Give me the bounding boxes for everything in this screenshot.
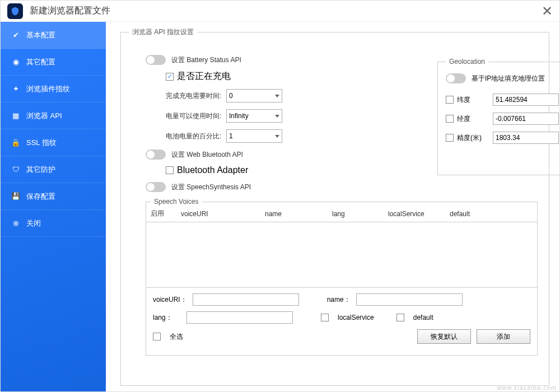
- col-voiceuri: voiceURI: [176, 206, 260, 222]
- sidebar-item-protection[interactable]: 🛡其它防护: [1, 156, 106, 183]
- sidebar-item-basic[interactable]: ✔基本配置: [1, 22, 106, 49]
- geo-ip-toggle[interactable]: [446, 73, 466, 83]
- default-label: default: [413, 314, 433, 321]
- speech-toggle[interactable]: [146, 182, 166, 192]
- save-icon: 💾: [11, 192, 21, 202]
- usage-time-label: 电量可以使用时间:: [166, 111, 226, 121]
- sidebar: ✔基本配置 ◉其它配置 ✦浏览插件指纹 ▦浏览器 API 🔒SSL 指纹 🛡其它…: [1, 22, 106, 391]
- lon-checkbox[interactable]: [446, 115, 454, 123]
- acc-label: 精度(米): [457, 133, 493, 143]
- voiceuri-label: voiceURI：: [153, 295, 187, 305]
- voices-legend: Speech Voices: [151, 198, 202, 206]
- localservice-label: localService: [338, 314, 374, 321]
- voices-table: 启用 voiceURI name lang localService defau…: [146, 206, 537, 222]
- charge-time-label: 完成充电需要时间:: [166, 91, 226, 101]
- sidebar-item-label: SSL 指纹: [26, 138, 57, 148]
- plugin-icon: ✦: [11, 84, 21, 94]
- check-circle-icon: ✔: [11, 30, 21, 40]
- sidebar-item-label: 基本配置: [26, 30, 55, 40]
- voiceuri-input[interactable]: [193, 293, 299, 306]
- titlebar: 新建浏览器配置文件 ✕: [1, 1, 559, 22]
- sidebar-item-browser-api[interactable]: ▦浏览器 API: [1, 102, 106, 129]
- acc-checkbox[interactable]: [446, 134, 454, 142]
- localservice-checkbox[interactable]: [321, 314, 329, 321]
- col-enable: 启用: [146, 206, 176, 222]
- speech-toggle-label: 设置 SpeechSynthesis API: [171, 183, 251, 192]
- sidebar-item-close[interactable]: ⊗关闭: [1, 210, 106, 237]
- col-default: default: [445, 206, 537, 222]
- lat-label: 纬度: [457, 95, 493, 105]
- sidebar-item-save[interactable]: 💾保存配置: [1, 183, 106, 210]
- bluetooth-adapter-checkbox[interactable]: [166, 166, 174, 174]
- close-icon[interactable]: ✕: [542, 3, 553, 19]
- battery-toggle[interactable]: [146, 55, 166, 65]
- sidebar-item-plugin-fingerprint[interactable]: ✦浏览插件指纹: [1, 76, 106, 102]
- sidebar-item-ssl[interactable]: 🔒SSL 指纹: [1, 129, 106, 156]
- usage-time-select[interactable]: Infinity: [226, 109, 282, 123]
- col-name: name: [260, 206, 328, 222]
- sidebar-item-label: 其它防护: [26, 165, 55, 175]
- sidebar-item-label: 关闭: [26, 218, 41, 228]
- window-title: 新建浏览器配置文件: [30, 5, 542, 17]
- sidebar-item-label: 保存配置: [26, 192, 55, 202]
- voices-table-body[interactable]: [146, 222, 537, 287]
- lang-input[interactable]: [186, 311, 293, 324]
- geolocation-fieldset: Geolocation 基于IP地址填充地理位置 纬度 经度: [437, 58, 560, 175]
- battery-toggle-label: 设置 Battery Status API: [171, 55, 241, 65]
- lon-input[interactable]: [493, 113, 559, 125]
- acc-input[interactable]: [493, 132, 559, 144]
- add-button[interactable]: 添加: [477, 329, 530, 344]
- geo-ip-label: 基于IP地址填充地理位置: [472, 74, 545, 83]
- name-input[interactable]: [356, 293, 463, 306]
- charging-checkbox[interactable]: [166, 73, 174, 81]
- close-circle-icon: ⊗: [11, 218, 21, 228]
- lat-checkbox[interactable]: [446, 96, 454, 104]
- content-area: 浏览器 API 指纹设置 设置 Battery Status API 是否正在充…: [106, 22, 559, 391]
- globe-icon: ◉: [11, 57, 21, 67]
- lang-label: lang：: [153, 313, 181, 323]
- charge-time-select[interactable]: 0: [226, 89, 282, 102]
- bluetooth-toggle-label: 设置 Web Bluetooth API: [171, 150, 243, 160]
- shield-icon: 🛡: [11, 165, 21, 175]
- main-legend: 浏览器 API 指纹设置: [129, 27, 197, 37]
- default-checkbox[interactable]: [396, 314, 404, 321]
- watermark: www.xiazaiba.com: [497, 384, 557, 391]
- reset-button[interactable]: 恢复默认: [417, 329, 471, 344]
- bluetooth-adapter-label: Bluetooth Adapter: [177, 165, 248, 175]
- col-localservice: localService: [384, 206, 445, 222]
- col-lang: lang: [328, 206, 384, 222]
- lon-label: 经度: [457, 114, 493, 124]
- geo-legend: Geolocation: [446, 58, 488, 66]
- api-icon: ▦: [11, 111, 21, 121]
- voices-fieldset: Speech Voices 启用 voiceURI name lang loca…: [146, 198, 538, 356]
- app-logo: [7, 3, 23, 19]
- lat-input[interactable]: [493, 94, 559, 106]
- selectall-checkbox[interactable]: [153, 333, 161, 340]
- charging-label: 是否正在充电: [177, 71, 231, 82]
- sidebar-item-label: 浏览插件指纹: [26, 84, 70, 94]
- sidebar-item-other-config[interactable]: ◉其它配置: [1, 49, 106, 76]
- lock-icon: 🔒: [11, 138, 21, 148]
- bluetooth-toggle[interactable]: [146, 150, 166, 160]
- name-label: name：: [327, 295, 351, 305]
- battery-percent-select[interactable]: 1: [226, 129, 282, 143]
- sidebar-item-label: 浏览器 API: [26, 111, 62, 121]
- selectall-label: 全选: [170, 332, 183, 342]
- battery-percent-label: 电池电量的百分比:: [166, 132, 226, 141]
- sidebar-item-label: 其它配置: [26, 57, 55, 67]
